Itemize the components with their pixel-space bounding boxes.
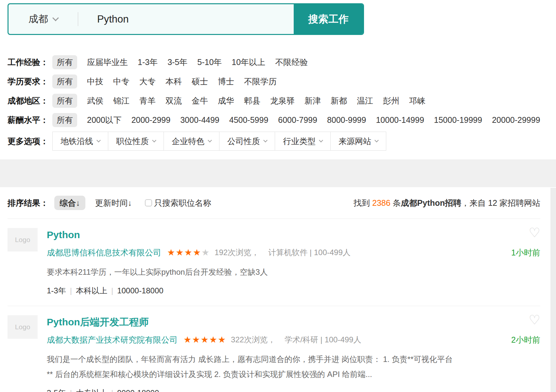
favorite-heart-icon[interactable]: [529, 313, 540, 326]
filter-options: 所有武侯锦江青羊双流金牛成华郫县龙泉驿新津新都温江彭州邛崃: [52, 94, 435, 108]
chevron-down-icon: [52, 15, 59, 21]
job-salary: 9000-18000: [117, 388, 159, 392]
job-company[interactable]: 成都思博信科信息技术有限公司: [47, 247, 161, 258]
summary-count: 2386: [372, 198, 391, 207]
filter-option[interactable]: 武侯: [87, 95, 103, 106]
filter-row: 工作经验： 所有应届毕业生1-3年3-5年5-10年10年以上不限经验: [8, 53, 556, 72]
job-salary: 10000-18000: [117, 286, 163, 295]
filter-option[interactable]: 15000-19999: [434, 115, 482, 125]
company-logo[interactable]: Logo: [8, 315, 38, 339]
filter-option[interactable]: 10年以上: [232, 57, 265, 68]
filter-option[interactable]: 不限学历: [244, 76, 277, 87]
company-row: 成都思博信科信息技术有限公司 ★★★★★ 192次浏览， 计算机软件 | 100…: [47, 247, 540, 258]
filter-option[interactable]: 2000以下: [87, 115, 122, 125]
filter-option[interactable]: 温江: [357, 95, 373, 106]
filter-option[interactable]: 锦江: [113, 95, 130, 106]
search-button[interactable]: 搜索工作: [294, 4, 363, 34]
more-options-dropdown[interactable]: 来源网站: [330, 132, 386, 151]
filter-option[interactable]: 所有: [52, 113, 77, 127]
filter-option[interactable]: 青羊: [139, 95, 156, 106]
more-options-label: 更多选项：: [8, 136, 52, 147]
job-company[interactable]: 成都大数据产业技术研究院有限公司: [47, 335, 178, 345]
filter-option[interactable]: 彭州: [383, 95, 399, 106]
job-description: 要求本科211学历，一年以上实际python后台开发经验，空缺3人: [47, 265, 459, 280]
filter-option[interactable]: 大专: [139, 76, 156, 87]
filter-option[interactable]: 3000-4499: [180, 115, 219, 125]
filter-label: 工作经验：: [8, 57, 52, 68]
filter-option[interactable]: 所有: [52, 74, 77, 89]
rating-stars-icon: ★★★★★: [183, 335, 226, 344]
favorite-heart-icon[interactable]: [529, 226, 540, 239]
filter-option[interactable]: 所有: [52, 55, 77, 69]
job-title[interactable]: Python: [47, 228, 80, 242]
filter-option[interactable]: 本科: [165, 76, 182, 87]
title-only-checkbox[interactable]: [145, 199, 152, 206]
filter-option[interactable]: 双流: [165, 95, 182, 106]
star-icon: ★: [167, 248, 176, 257]
dropdown-label: 企业特色: [172, 136, 204, 147]
more-options-dropdown[interactable]: 行业类型: [275, 132, 331, 151]
sort-option[interactable]: 更新时间↓: [95, 198, 132, 207]
filter-option[interactable]: 4500-5999: [229, 115, 269, 125]
filter-option[interactable]: 1-3年: [138, 57, 158, 68]
pipe-divider: [66, 388, 76, 392]
star-icon: ★: [183, 335, 192, 345]
chevron-down-icon: [263, 138, 268, 142]
filter-row: 薪酬水平： 所有2000以下2000-29993000-44994500-599…: [8, 110, 556, 130]
filter-option[interactable]: 新都: [331, 95, 347, 106]
chevron-down-icon: [374, 138, 379, 142]
more-options-dropdown[interactable]: 企业特色: [164, 132, 219, 151]
filter-option[interactable]: 郫县: [244, 95, 260, 106]
job-card[interactable]: Logo Python 成都思博信科信息技术有限公司 ★★★★★ 192次浏览，…: [8, 219, 540, 306]
filter-option[interactable]: 5-10年: [197, 57, 222, 68]
filter-option[interactable]: 硕士: [192, 76, 208, 87]
filter-option[interactable]: 3-5年: [167, 57, 187, 68]
rating-stars-icon: ★★★★★: [167, 248, 210, 257]
filter-label: 成都地区：: [8, 95, 52, 106]
filter-option[interactable]: 新津: [304, 95, 321, 106]
job-views: 192次浏览，: [215, 247, 259, 258]
filter-option[interactable]: 20000-29999: [492, 115, 540, 125]
chevron-down-icon: [96, 138, 101, 142]
filter-option[interactable]: 中专: [113, 76, 130, 87]
chevron-down-icon: [319, 138, 323, 142]
scrollbar[interactable]: [550, 188, 556, 392]
filter-option[interactable]: 8000-9999: [327, 115, 366, 125]
filter-option[interactable]: 6000-7999: [278, 115, 317, 125]
filter-rows: 工作经验： 所有应届毕业生1-3年3-5年5-10年10年以上不限经验 学历要求…: [8, 53, 556, 130]
dropdown-label: 行业类型: [283, 136, 316, 147]
filter-option[interactable]: 成华: [218, 95, 234, 106]
job-title[interactable]: Python后端开发工程师: [47, 315, 149, 329]
city-selector[interactable]: 成都: [9, 4, 78, 34]
logo-text: Logo: [15, 323, 30, 331]
filter-row: 成都地区： 所有武侯锦江青羊双流金牛成华郫县龙泉驿新津新都温江彭州邛崃: [8, 91, 556, 110]
filter-option[interactable]: 金牛: [192, 95, 208, 106]
more-options-dropdown[interactable]: 地铁沿线: [52, 132, 108, 151]
filter-option[interactable]: 2000-2999: [131, 115, 171, 125]
filter-option[interactable]: 所有: [52, 94, 77, 108]
more-options-dropdown[interactable]: 公司性质: [219, 132, 275, 151]
pipe-divider: [66, 286, 76, 295]
filter-option[interactable]: 中技: [87, 76, 103, 87]
filter-option[interactable]: 龙泉驿: [270, 95, 295, 106]
job-time: 2小时前: [511, 335, 540, 345]
filter-label: 薪酬水平：: [8, 115, 52, 125]
filter-options: 所有中技中专大专本科硕士博士不限学历: [52, 74, 287, 89]
job-education: 本科以上: [76, 286, 107, 295]
search-input[interactable]: [78, 4, 294, 34]
chevron-down-icon: [208, 138, 212, 142]
more-options-dropdown[interactable]: 职位性质: [108, 132, 164, 151]
sort-label: 排序结果：: [8, 198, 48, 208]
filter-option[interactable]: 应届毕业生: [87, 57, 128, 68]
job-card[interactable]: Logo Python后端开发工程师 成都大数据产业技术研究院有限公司 ★★★★…: [8, 306, 540, 392]
summary-after-count: 条: [391, 198, 401, 207]
filter-section: 工作经验： 所有应届毕业生1-3年3-5年5-10年10年以上不限经验 学历要求…: [8, 53, 556, 151]
filter-option[interactable]: 博士: [218, 76, 234, 87]
filter-option[interactable]: 不限经验: [275, 57, 308, 68]
sort-option[interactable]: 综合↓: [54, 196, 85, 210]
filter-option[interactable]: 邛崃: [409, 95, 426, 106]
filter-option[interactable]: 10000-14999: [376, 115, 424, 125]
company-logo[interactable]: Logo: [8, 228, 38, 252]
job-body: Python后端开发工程师 成都大数据产业技术研究院有限公司 ★★★★★ 322…: [47, 315, 540, 392]
star-icon: ★: [218, 335, 226, 345]
